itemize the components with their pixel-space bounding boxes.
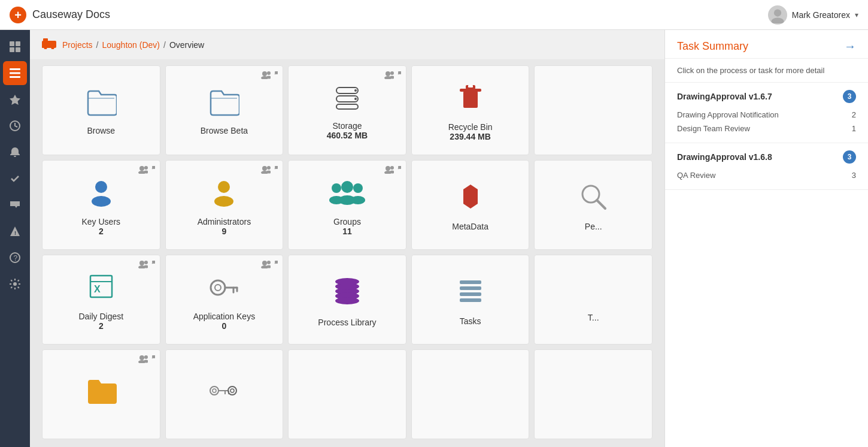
svg-point-113 — [228, 386, 236, 395]
svg-point-114 — [230, 389, 234, 392]
content-area: Projects / Loughton (Dev) / Overview Bro… — [30, 30, 664, 447]
svg-point-0 — [774, 9, 781, 16]
task-panel-info: Click on the process or task for more de… — [665, 59, 868, 83]
topbar: Causeway Docs Mark Greatorex ▾ — [0, 0, 868, 30]
svg-point-66 — [341, 181, 353, 193]
svg-point-37 — [354, 98, 357, 100]
tile-row4e[interactable] — [534, 349, 652, 439]
svg-text:X: X — [94, 284, 101, 294]
tile-administrators[interactable]: Administrators9 — [165, 160, 284, 250]
sidebar-item-recent[interactable] — [3, 114, 27, 138]
sidebar-item-favorites[interactable] — [3, 87, 27, 111]
task-badge: 3 — [843, 150, 856, 164]
sidebar-item-help[interactable]: ? — [3, 246, 27, 270]
svg-rect-4 — [10, 47, 14, 52]
tile-permissions[interactable]: Pe... — [534, 160, 652, 250]
sidebar-item-grid[interactable] — [3, 35, 27, 59]
user-menu-chevron[interactable]: ▾ — [855, 11, 858, 19]
svg-rect-35 — [336, 104, 358, 109]
tile-row4c[interactable] — [288, 349, 406, 439]
svg-rect-41 — [468, 85, 473, 87]
tile-daily-digest[interactable]: XDaily Digest2 — [42, 255, 160, 345]
sidebar-item-settings[interactable] — [3, 272, 27, 296]
tile-row4a[interactable] — [42, 349, 160, 439]
svg-rect-2 — [10, 41, 14, 46]
tile-admin-icon — [138, 165, 155, 174]
task-sections: DrawingApproval v1.6.7 3 Drawing Approva… — [665, 83, 868, 190]
app-title: Causeway Docs — [32, 8, 110, 21]
tile-key-users[interactable]: Key Users2 — [42, 160, 160, 250]
task-panel-arrow[interactable]: → — [844, 40, 856, 53]
svg-rect-100 — [460, 292, 481, 296]
task-item-count: 2 — [852, 110, 856, 119]
task-section-drawing-approval-168: DrawingApproval v1.6.8 3 QA Review 3 — [665, 143, 868, 190]
task-item-label: Design Team Review — [677, 124, 750, 133]
task-panel-header: Task Summary → — [665, 30, 868, 59]
tile-value-daily-digest: 2 — [99, 321, 104, 331]
sidebar-item-list[interactable] — [3, 61, 27, 85]
svg-point-82 — [262, 261, 267, 265]
task-item[interactable]: Design Team Review 1 — [677, 122, 856, 135]
tile-placeholder1[interactable] — [534, 65, 652, 155]
svg-point-49 — [92, 196, 111, 207]
svg-rect-8 — [10, 76, 20, 78]
sidebar-item-alerts[interactable]: ! — [3, 219, 27, 243]
task-item[interactable]: QA Review 3 — [677, 168, 856, 182]
svg-point-1 — [771, 17, 784, 23]
task-item-label: Drawing Approval Notification — [677, 110, 779, 119]
svg-point-89 — [215, 285, 221, 291]
svg-point-57 — [214, 196, 233, 207]
app-logo[interactable] — [10, 7, 26, 23]
tile-application-keys[interactable]: Application Keys0 — [165, 255, 284, 345]
svg-rect-3 — [16, 41, 20, 46]
tile-admin-icon — [384, 165, 401, 174]
tile-label-recycle-bin: Recycle Bin — [448, 122, 493, 132]
avatar[interactable] — [768, 5, 787, 25]
tile-process-library[interactable]: Process Library — [288, 255, 406, 345]
tile-groups[interactable]: Groups11 — [288, 160, 406, 250]
tile-tasks[interactable]: Tasks — [411, 255, 530, 345]
tile-icon-browse — [86, 87, 117, 121]
svg-point-69 — [351, 196, 365, 204]
grid-area: Browse Browse Beta Storage460.52 MBRecyc… — [30, 59, 664, 447]
tile-value-application-keys: 0 — [221, 321, 226, 331]
breadcrumb-projects[interactable]: Projects — [62, 40, 93, 50]
task-panel: Task Summary → Click on the process or t… — [664, 30, 868, 447]
task-section-title: DrawingApproval v1.6.8 — [677, 152, 772, 162]
tile-browse-beta[interactable]: Browse Beta — [165, 65, 284, 155]
svg-line-72 — [597, 200, 605, 209]
task-section-header[interactable]: DrawingApproval v1.6.7 3 — [677, 90, 856, 103]
tile-value-groups: 11 — [342, 226, 352, 236]
tile-placeholder2[interactable]: T... — [534, 255, 652, 345]
svg-point-95 — [335, 278, 359, 285]
tile-icon-application-keys — [207, 271, 241, 307]
task-item[interactable]: Drawing Approval Notification 2 — [677, 108, 856, 122]
tile-icon-metadata — [455, 181, 486, 217]
tile-label-browse-beta: Browse Beta — [201, 126, 248, 135]
tile-row4b[interactable] — [165, 349, 284, 439]
breadcrumb-project[interactable]: Loughton (Dev) — [102, 40, 160, 50]
svg-point-15 — [13, 282, 17, 286]
tile-icon-row4a — [86, 376, 117, 410]
tile-icon-row4d — [455, 376, 486, 410]
tile-label-metadata: MetaData — [452, 222, 488, 231]
breadcrumb-sep1: / — [96, 40, 99, 50]
task-section-title: DrawingApproval v1.6.7 — [677, 92, 772, 101]
tile-icon-recycle-bin — [455, 81, 486, 117]
tile-storage[interactable]: Storage460.52 MB — [288, 65, 406, 155]
sidebar-item-inbox[interactable] — [3, 193, 27, 217]
sidebar-item-notifications[interactable] — [3, 140, 27, 164]
tile-metadata[interactable]: MetaData — [411, 160, 530, 250]
tile-label-daily-digest: Daily Digest — [78, 312, 123, 321]
svg-rect-101 — [460, 298, 481, 302]
sidebar-item-tasks[interactable] — [3, 167, 27, 191]
tile-recycle-bin[interactable]: Recycle Bin239.44 MB — [411, 65, 530, 155]
tile-icon-key-users — [86, 176, 117, 212]
tile-row4d[interactable] — [411, 349, 530, 439]
tile-browse[interactable]: Browse — [42, 65, 160, 155]
task-section-header[interactable]: DrawingApproval v1.6.8 3 — [677, 150, 856, 164]
svg-point-48 — [95, 181, 107, 193]
svg-point-50 — [262, 166, 267, 171]
svg-rect-6 — [10, 68, 20, 70]
svg-rect-38 — [463, 91, 478, 108]
